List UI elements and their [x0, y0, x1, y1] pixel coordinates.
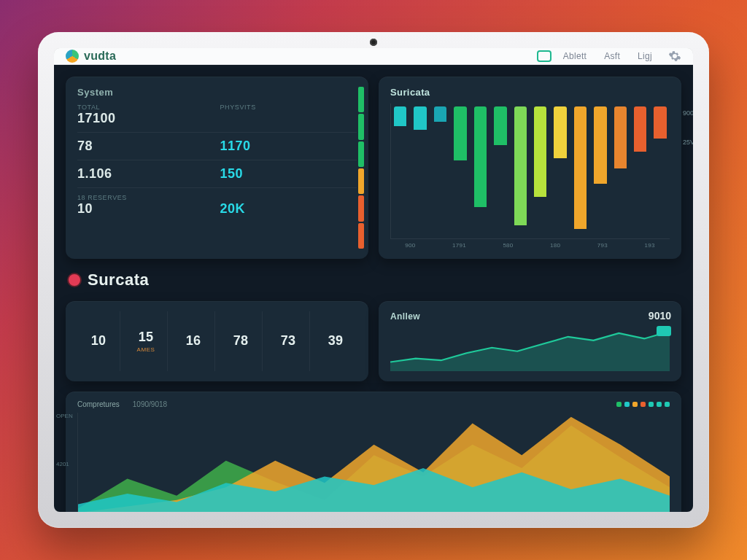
settings-icon[interactable] — [668, 50, 681, 63]
stats-title: System — [77, 87, 357, 98]
area-chart-legend — [616, 402, 670, 407]
ytick: 4201 — [56, 461, 69, 467]
area-chart-header: Compretures 1090/9018 — [77, 400, 670, 408]
brand-logo-icon — [66, 50, 79, 63]
brand-name: vudta — [84, 50, 116, 63]
stat-label: Physvits — [220, 104, 357, 111]
laptop-frame: vudta Ablett Asft Ligj System TOTAL 1710… — [38, 32, 709, 528]
metric-tile[interactable]: 15Ames — [125, 311, 168, 371]
area-chart: OPEN 4201 301 — [77, 413, 670, 512]
area-chart-title: Compretures — [77, 400, 120, 408]
ytick: 9001 — [683, 109, 693, 117]
bar-y-ticks: 9001 25V — [683, 109, 693, 146]
bar-chart-card: Suricata 9001 25V 9001791580180793193 — [379, 77, 681, 259]
screen: vudta Ablett Asft Ligj System TOTAL 1710… — [54, 48, 693, 512]
section-title: Surcata — [88, 271, 149, 289]
dashboard-content: System TOTAL 17100 Physvits 78 1170 1.10… — [54, 65, 693, 512]
record-dot-icon — [69, 274, 80, 286]
nav-item-0[interactable]: Ablett — [557, 48, 593, 64]
stat-label: TOTAL — [77, 104, 214, 111]
bar-chart-title: Suricata — [390, 87, 670, 98]
bar-x-axis: 9001791580180793193 — [390, 239, 670, 249]
overview-card: Anllew 9010 — [379, 301, 681, 381]
area-chart-svg — [78, 413, 670, 512]
stats-strip — [358, 87, 364, 249]
bar-chart: 9001 25V — [390, 104, 670, 239]
stat-value: 17100 — [77, 111, 214, 126]
ytick: 25V — [683, 139, 693, 146]
nav-item-2[interactable]: Ligj — [632, 48, 658, 64]
overview-sparkline — [390, 326, 670, 371]
laptop-camera — [370, 39, 377, 46]
tiles-card: 1015Ames16787339 — [66, 301, 368, 381]
stat-value: 1.106 — [77, 166, 214, 182]
area-chart-card: Compretures 1090/9018 OPEN 4201 301 1010… — [66, 392, 681, 512]
stat-value: 10 — [77, 201, 214, 217]
overview-value: 9010 — [649, 310, 671, 322]
nav-item-1[interactable]: Asft — [598, 48, 626, 64]
overview-badge-icon — [657, 326, 671, 336]
brand[interactable]: vudta — [66, 50, 116, 63]
metric-tile[interactable]: 10 — [77, 311, 120, 371]
ytick: OPEN — [56, 413, 73, 419]
stat-value: 78 — [77, 139, 214, 154]
stat-label: 18 reserves — [77, 194, 214, 201]
metric-tile[interactable]: 16 — [172, 311, 215, 371]
stat-value: 20K — [220, 201, 357, 217]
area-chart-subtitle: 1090/9018 — [133, 400, 167, 408]
metric-tile[interactable]: 39 — [314, 311, 357, 371]
metric-tile[interactable]: 73 — [267, 311, 310, 371]
stat-value: 1170 — [220, 139, 357, 154]
stat-value: 150 — [220, 166, 357, 182]
overview-title: Anllew — [390, 311, 670, 322]
section-title-row: Surcata — [66, 269, 681, 291]
stats-card: System TOTAL 17100 Physvits 78 1170 1.10… — [66, 77, 368, 259]
status-icon[interactable] — [537, 50, 551, 62]
topbar: vudta Ablett Asft Ligj — [54, 48, 693, 65]
metric-tile[interactable]: 78 — [220, 311, 263, 371]
